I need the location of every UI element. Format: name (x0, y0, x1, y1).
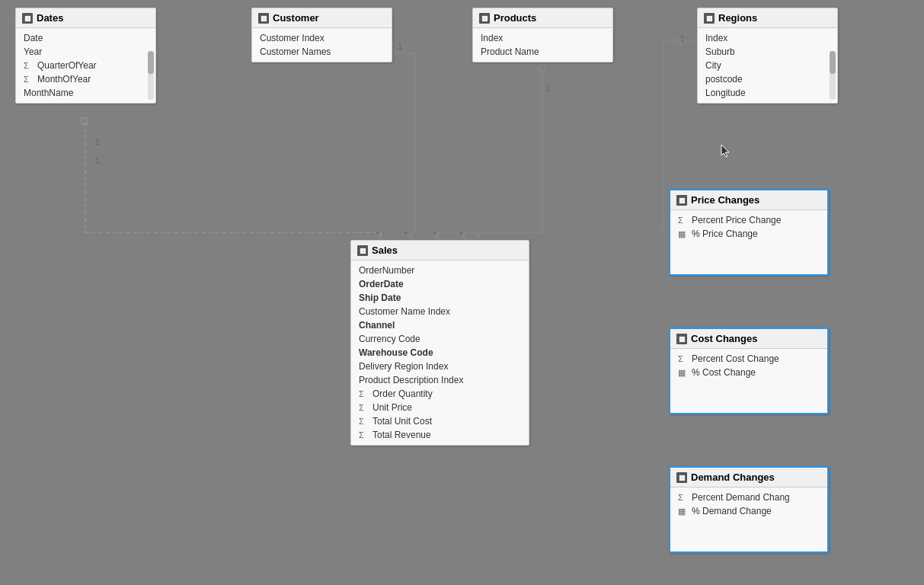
list-item[interactable]: Index (473, 31, 612, 45)
svg-text:*: * (433, 229, 436, 240)
svg-text:*: * (376, 229, 379, 240)
list-item[interactable]: Currency Code (351, 332, 529, 346)
list-item[interactable]: Delivery Region Index (351, 360, 529, 373)
customer-table[interactable]: ▦ Customer Customer Index Customer Names (251, 8, 392, 62)
products-table-body: Index Product Name (473, 28, 612, 62)
customer-title: Customer (273, 12, 319, 24)
sales-table[interactable]: ▦ Sales OrderNumber OrderDate Ship Date … (350, 240, 529, 446)
svg-rect-29 (539, 65, 545, 71)
list-item[interactable]: Customer Name Index (351, 305, 529, 318)
list-item[interactable]: ΣTotal Unit Cost (351, 414, 529, 428)
list-item[interactable]: Warehouse Code (351, 346, 529, 360)
price-changes-table[interactable]: ▦ Price Changes ΣPercent Price Change ▦%… (669, 189, 829, 276)
table-icon: ▦ (678, 229, 689, 239)
list-item[interactable]: ▦% Cost Change (670, 366, 827, 379)
list-item[interactable]: Product Name (473, 45, 612, 59)
svg-text:★: ★ (433, 232, 440, 240)
list-item[interactable]: ΣQuarterOfYear (16, 59, 143, 72)
list-item[interactable]: ΣPercent Price Change (670, 213, 827, 227)
list-item[interactable]: Date (16, 31, 143, 45)
dates-table-header: ▦ Dates (16, 8, 155, 28)
products-table-icon: ▦ (479, 13, 490, 24)
svg-text:*: * (404, 229, 408, 240)
demand-changes-table-header: ▦ Demand Changes (670, 468, 827, 488)
svg-text:★: ★ (376, 232, 383, 240)
price-changes-table-header: ▦ Price Changes (670, 190, 827, 210)
demand-changes-table-body: ΣPercent Demand Chang ▦% Demand Change (670, 488, 827, 551)
sigma-icon: Σ (359, 430, 369, 440)
sigma-icon: Σ (359, 417, 369, 426)
regions-table[interactable]: ▦ Regions Index Suburb City postcode Lon… (697, 8, 838, 104)
sigma-icon: Σ (678, 493, 689, 502)
cost-changes-table[interactable]: ▦ Cost Changes ΣPercent Cost Change ▦% C… (669, 328, 829, 414)
list-item[interactable]: Longitude (698, 86, 825, 100)
demand-changes-table-icon: ▦ (676, 472, 687, 483)
list-item[interactable]: ▦% Demand Change (670, 504, 827, 518)
list-item[interactable]: ΣPercent Cost Change (670, 352, 827, 366)
list-item[interactable]: Year (16, 45, 143, 59)
dates-title: Dates (37, 12, 63, 24)
customer-table-header: ▦ Customer (252, 8, 392, 28)
scrollbar[interactable] (830, 51, 836, 100)
sales-title: Sales (372, 245, 398, 256)
products-table-header: ▦ Products (473, 8, 612, 28)
list-item[interactable]: Customer Index (252, 31, 392, 45)
demand-changes-table[interactable]: ▦ Demand Changes ΣPercent Demand Chang ▦… (669, 466, 829, 553)
svg-text:1: 1 (679, 34, 684, 43)
list-item[interactable]: ▦% Price Change (670, 227, 827, 241)
list-item[interactable]: OrderDate (351, 277, 529, 291)
price-changes-title: Price Changes (691, 194, 759, 206)
svg-text:★: ★ (475, 232, 482, 240)
sigma-icon: Σ (24, 75, 34, 84)
svg-text:★: ★ (460, 232, 467, 240)
list-item[interactable]: Product Description Index (351, 373, 529, 387)
list-item[interactable]: ΣMonthOfYear (16, 72, 143, 86)
list-item[interactable]: Channel (351, 318, 529, 332)
svg-text:★: ★ (407, 232, 414, 240)
svg-text:1: 1 (398, 42, 402, 51)
sigma-icon: Σ (359, 403, 369, 412)
svg-text:1: 1 (95, 156, 100, 165)
customer-table-body: Customer Index Customer Names (252, 28, 392, 62)
list-item[interactable]: OrderNumber (351, 264, 529, 277)
regions-title: Regions (718, 12, 757, 24)
list-item[interactable]: Index (698, 31, 825, 45)
sales-table-icon: ▦ (357, 245, 368, 256)
sigma-icon: Σ (359, 389, 369, 398)
sales-table-header: ▦ Sales (351, 241, 529, 261)
products-table[interactable]: ▦ Products Index Product Name (472, 8, 613, 62)
regions-table-icon: ▦ (704, 13, 715, 24)
regions-table-header: ▦ Regions (698, 8, 837, 28)
sigma-icon: Σ (24, 61, 34, 70)
dates-table-icon: ▦ (22, 13, 33, 24)
sales-table-body: OrderNumber OrderDate Ship Date Customer… (351, 261, 529, 445)
list-item[interactable]: ΣUnit Price (351, 401, 529, 414)
list-item[interactable]: postcode (698, 72, 825, 86)
cost-changes-title: Cost Changes (691, 333, 757, 344)
list-item[interactable]: Customer Names (252, 45, 392, 59)
cost-changes-table-icon: ▦ (676, 334, 687, 344)
list-item[interactable]: Ship Date (351, 291, 529, 305)
svg-text:*: * (459, 229, 463, 240)
list-item[interactable]: ΣPercent Demand Chang (670, 491, 827, 504)
list-item[interactable]: ΣTotal Revenue (351, 428, 529, 442)
list-item[interactable]: ΣOrder Quantity (351, 387, 529, 401)
list-item[interactable]: Suburb (698, 45, 825, 59)
sigma-icon: Σ (678, 354, 689, 363)
list-item[interactable]: City (698, 59, 825, 72)
regions-table-body: Index Suburb City postcode Longitude (698, 28, 837, 103)
price-changes-table-body: ΣPercent Price Change ▦% Price Change (670, 210, 827, 274)
price-changes-table-icon: ▦ (676, 195, 687, 206)
dates-table-body: Date Year ΣQuarterOfYear ΣMonthOfYear Mo… (16, 28, 155, 103)
cursor (720, 143, 729, 157)
demand-changes-title: Demand Changes (691, 472, 775, 483)
table-icon: ▦ (678, 507, 689, 516)
list-item[interactable]: MonthName (16, 86, 143, 100)
svg-rect-27 (82, 118, 88, 124)
dates-table[interactable]: ▦ Dates Date Year ΣQuarterOfYear ΣMonthO… (15, 8, 156, 104)
products-title: Products (494, 12, 536, 24)
scrollbar[interactable] (148, 51, 154, 100)
cost-changes-table-header: ▦ Cost Changes (670, 329, 827, 349)
svg-text:1: 1 (545, 84, 550, 93)
table-icon: ▦ (678, 368, 689, 378)
